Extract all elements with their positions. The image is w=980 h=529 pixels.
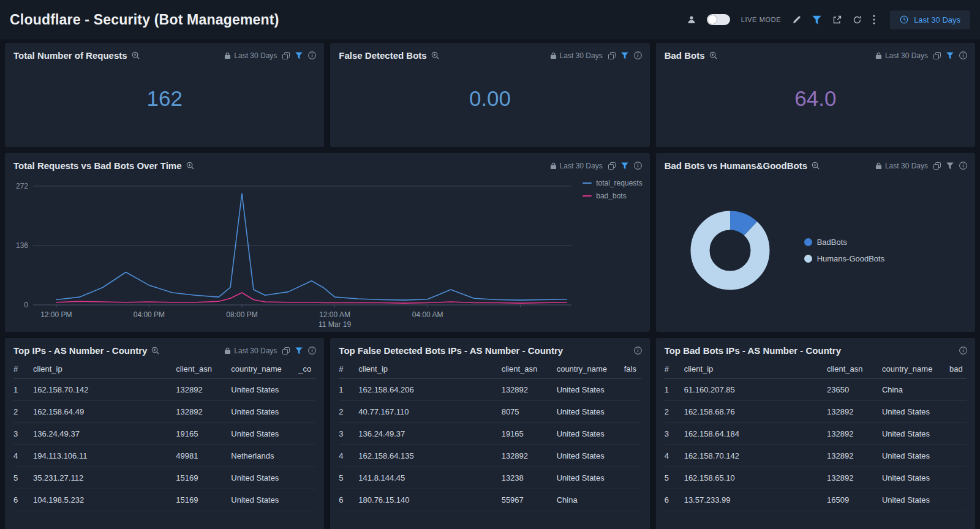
panel-top-ips: Top IPs - AS Number - Country Last 30 Da… — [5, 338, 324, 529]
column-header[interactable]: client_asn — [176, 361, 227, 378]
table-cell — [949, 384, 967, 396]
table-cell: United States — [231, 489, 295, 511]
info-icon[interactable] — [634, 51, 642, 59]
panel-filter-icon[interactable] — [621, 162, 628, 170]
zoom-in-icon[interactable] — [132, 51, 140, 59]
table-cell: 162.158.64.206 — [358, 379, 497, 400]
info-icon[interactable] — [959, 51, 967, 59]
table-cell — [949, 428, 967, 440]
column-header[interactable]: # — [339, 361, 355, 378]
edit-pencil-icon[interactable] — [792, 15, 801, 24]
panel-title: Top IPs - AS Number - Country — [13, 345, 147, 356]
column-header[interactable]: client_ip — [684, 361, 823, 378]
copy-icon[interactable] — [933, 52, 941, 59]
table-cell: United States — [557, 467, 620, 489]
time-range-button[interactable]: Last 30 Days — [890, 10, 970, 29]
table-row: 2162.158.68.76132892United States — [665, 401, 967, 423]
table-cell: 162.158.64.49 — [33, 401, 172, 422]
table-cell — [298, 384, 315, 396]
copy-icon[interactable] — [608, 162, 616, 170]
column-header[interactable]: country_name — [557, 361, 620, 378]
legend-item-bad_bots[interactable]: bad_bots — [582, 192, 642, 200]
zoom-in-icon[interactable] — [709, 51, 717, 59]
panel-time-label: Last 30 Days — [234, 51, 277, 60]
legend-item-Humans-GoodBots[interactable]: Humans-GoodBots — [804, 254, 885, 263]
panel-time-badge[interactable]: Last 30 Days — [550, 162, 603, 170]
donut-chart[interactable] — [684, 204, 776, 296]
copy-icon[interactable] — [282, 347, 290, 355]
info-icon[interactable] — [959, 347, 967, 355]
panel-title: False Detected Bots — [339, 50, 426, 61]
column-header[interactable]: _co — [298, 361, 315, 378]
table-cell: 132892 — [827, 445, 878, 467]
column-header[interactable]: # — [665, 361, 680, 378]
column-header[interactable]: bad — [949, 361, 967, 378]
column-header[interactable]: client_asn — [827, 361, 878, 378]
timeline-legend: total_requestsbad_bots — [582, 179, 642, 200]
info-icon[interactable] — [634, 162, 642, 170]
panel-time-badge[interactable]: Last 30 Days — [875, 162, 928, 170]
info-icon[interactable] — [959, 162, 967, 170]
svg-text:272: 272 — [16, 182, 28, 190]
info-icon[interactable] — [308, 51, 316, 59]
zoom-in-icon[interactable] — [186, 162, 194, 170]
table-row: 6104.198.5.23215169United States — [13, 489, 315, 511]
zoom-in-icon[interactable] — [431, 51, 439, 59]
legend-item-total_requests[interactable]: total_requests — [582, 179, 642, 187]
copy-icon[interactable] — [933, 162, 941, 170]
panel-filter-icon[interactable] — [295, 52, 303, 59]
table-cell — [624, 384, 641, 396]
table-cell: United States — [882, 467, 946, 489]
table-cell: 132892 — [502, 379, 553, 400]
column-header[interactable]: fals — [624, 361, 641, 378]
panel-time-badge[interactable]: Last 30 Days — [224, 347, 277, 355]
column-header[interactable]: country_name — [882, 361, 946, 378]
legend-item-BadBots[interactable]: BadBots — [804, 238, 885, 247]
column-header[interactable]: # — [13, 361, 29, 378]
table-cell: 40.77.167.110 — [358, 401, 497, 422]
table-row: 3136.24.49.3719165United States — [339, 423, 641, 445]
clock-icon — [900, 15, 908, 24]
panel-filter-icon[interactable] — [295, 347, 303, 355]
copy-icon[interactable] — [282, 52, 290, 59]
info-icon[interactable] — [634, 347, 642, 355]
user-icon[interactable] — [687, 15, 696, 24]
table-row: 613.57.233.9916509United States — [665, 489, 967, 511]
table-cell — [298, 428, 315, 440]
share-icon[interactable] — [832, 15, 842, 24]
column-header[interactable]: country_name — [231, 361, 295, 378]
table-cell: 6 — [339, 489, 355, 511]
table-cell: United States — [557, 445, 620, 467]
column-header[interactable]: client_asn — [502, 361, 553, 378]
svg-text:12:00 PM: 12:00 PM — [40, 310, 72, 319]
live-mode-toggle[interactable] — [707, 14, 730, 25]
panel-filter-icon[interactable] — [946, 162, 954, 170]
zoom-in-icon[interactable] — [151, 347, 159, 355]
filter-icon[interactable] — [812, 15, 821, 24]
panel-time-badge[interactable]: Last 30 Days — [550, 51, 603, 60]
table-cell: 104.198.5.232 — [33, 489, 172, 511]
table-cell: Netherlands — [231, 445, 295, 467]
donut-slice-Humans-GoodBots[interactable] — [700, 220, 760, 280]
panel-false-detected-bots: False Detected Bots Last 30 Days 0.00 — [330, 43, 649, 147]
panel-time-badge[interactable]: Last 30 Days — [875, 51, 928, 60]
copy-icon[interactable] — [608, 52, 616, 59]
table-cell: 162.158.65.10 — [684, 467, 823, 489]
refresh-icon[interactable] — [853, 15, 862, 24]
table-cell: 132892 — [827, 401, 878, 422]
column-header[interactable]: client_ip — [33, 361, 172, 378]
info-icon[interactable] — [308, 347, 316, 355]
table-cell — [949, 472, 967, 484]
kebab-menu-icon[interactable] — [873, 15, 875, 24]
zoom-in-icon[interactable] — [812, 162, 820, 170]
dashboard-header: Cloudflare - Security (Bot Management) L… — [0, 0, 980, 39]
table-cell: 132892 — [176, 401, 227, 422]
table-cell: 132892 — [176, 379, 227, 400]
panel-top-false-bots-ips: Top False Detected Bots IPs - AS Number … — [330, 338, 649, 529]
panel-time-badge[interactable]: Last 30 Days — [224, 51, 277, 60]
panel-filter-icon[interactable] — [621, 52, 628, 59]
panel-filter-icon[interactable] — [946, 52, 954, 59]
column-header[interactable]: client_ip — [358, 361, 497, 378]
table-cell: 6 — [665, 489, 680, 511]
timeline-chart[interactable]: 013627212:00 PM04:00 PM08:00 PM12:00 AM1… — [5, 178, 650, 332]
